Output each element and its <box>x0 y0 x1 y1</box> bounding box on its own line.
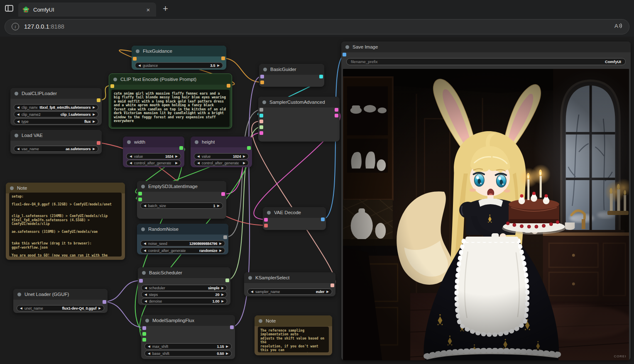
collapse-dot[interactable] <box>17 293 21 296</box>
collapse-dot[interactable] <box>145 319 149 322</box>
widget-control-after-generate-[interactable]: ◀control_after_generate.▶ <box>126 160 181 166</box>
increment-arrow[interactable]: ▶ <box>219 249 222 252</box>
widget-max-shift[interactable]: ◀max_shift1.15▶ <box>144 343 232 349</box>
input-socket[interactable] <box>138 198 142 201</box>
collapse-dot[interactable] <box>127 140 131 144</box>
decrement-arrow[interactable]: ◀ <box>20 307 22 310</box>
node-note-left[interactable]: Notesetup: flux1-dev-Q4_0.gguf (6.32GB) … <box>6 183 125 260</box>
increment-arrow[interactable]: ▶ <box>221 286 224 290</box>
increment-arrow[interactable]: ▶ <box>93 106 95 109</box>
output-socket[interactable] <box>179 146 183 150</box>
collapse-dot[interactable] <box>141 227 145 231</box>
node-empty-latent[interactable]: EmptySD3LatentImage◀batch_size1▶ <box>137 181 226 219</box>
output-socket[interactable] <box>247 146 251 150</box>
output-socket[interactable] <box>319 75 323 78</box>
increment-arrow[interactable]: ▶ <box>93 147 95 151</box>
widget-noise-seed[interactable]: ◀noise_seed12908699884796▶ <box>140 240 225 247</box>
decrement-arrow[interactable]: ◀ <box>144 204 146 208</box>
widget-vae-name[interactable]: ◀vae_nameae.safetensors▶ <box>14 146 98 152</box>
node-randomnoise[interactable]: RandomNoise◀noise_seed12908699884796▶◀co… <box>137 224 228 254</box>
browser-tab-comfyui[interactable]: ComfyUI × <box>18 2 156 17</box>
node-clip-positive[interactable]: CLIP Text Encode (Positive Prompt)cute a… <box>109 73 232 129</box>
decrement-arrow[interactable]: ◀ <box>144 242 146 245</box>
output-socket[interactable] <box>330 283 334 287</box>
increment-arrow[interactable]: ▶ <box>93 120 95 123</box>
output-socket[interactable] <box>221 192 225 196</box>
collapse-dot[interactable] <box>248 276 252 280</box>
node-modelsamplingflux[interactable]: ModelSamplingFlux◀max_shift1.15▶◀base_sh… <box>141 315 235 359</box>
decrement-arrow[interactable]: ◀ <box>17 106 20 109</box>
node-ksamplerselect[interactable]: KSamplerSelect◀sampler_nameeuler▶ <box>244 272 335 296</box>
collapse-dot[interactable] <box>10 186 14 190</box>
site-info-icon[interactable]: i <box>12 23 19 30</box>
increment-arrow[interactable]: ▶ <box>221 300 224 303</box>
widget-steps[interactable]: ◀steps20▶ <box>141 291 227 298</box>
input-socket[interactable] <box>260 81 264 84</box>
output-socket[interactable] <box>103 300 106 304</box>
collapse-dot[interactable] <box>267 211 271 215</box>
collapse-dot[interactable] <box>195 140 198 144</box>
node-textarea[interactable]: cute anime girl with massive fluffy fenn… <box>111 90 230 127</box>
increment-arrow[interactable]: ▶ <box>93 113 95 116</box>
collapse-dot[interactable] <box>136 49 140 53</box>
output-socket[interactable] <box>221 56 225 60</box>
widget-batch-size[interactable]: ◀batch_size1▶ <box>140 203 223 209</box>
output-socket[interactable] <box>223 235 227 239</box>
widget-control-after-generate[interactable]: ◀control_after_generaterandomize▶ <box>140 247 225 254</box>
collapse-dot[interactable] <box>345 45 349 49</box>
widget-value[interactable]: ◀value1024▶ <box>194 153 249 159</box>
increment-arrow[interactable]: ▶ <box>219 242 222 245</box>
node-width[interactable]: width◀value1024▶◀control_after_generate.… <box>123 137 184 167</box>
widget-unet-name[interactable]: ◀unet_nameflux1-dev-Q4_0.gguf▶ <box>17 305 104 311</box>
node-unet-loader[interactable]: Unet Loader (GGUF)◀unet_nameflux1-dev-Q4… <box>13 289 108 313</box>
decrement-arrow[interactable]: ◀ <box>130 161 132 165</box>
collapse-dot[interactable] <box>262 100 266 104</box>
collapse-dot[interactable] <box>141 185 145 188</box>
increment-arrow[interactable]: ▶ <box>217 204 220 208</box>
increment-arrow[interactable]: ▶ <box>326 290 329 293</box>
input-socket[interactable] <box>142 338 146 342</box>
read-aloud-icon[interactable]: A <box>614 22 622 31</box>
collapse-dot[interactable] <box>15 134 18 137</box>
widget-value[interactable]: ◀value1024▶ <box>126 153 181 159</box>
input-socket[interactable] <box>260 75 264 78</box>
input-socket[interactable] <box>259 108 263 112</box>
node-graph-canvas[interactable]: FluxGuidance◀guidance3.5▶CLIP Text Encod… <box>0 37 634 364</box>
widget-clip-name1[interactable]: ◀clip_name1t5xxl_fp8_e4m3fn.safetensors▶ <box>14 104 98 110</box>
input-socket[interactable] <box>139 279 143 283</box>
collapse-dot[interactable] <box>259 319 262 323</box>
node-dualcliploader[interactable]: DualCLIPLoader◀clip_name1t5xxl_fp8_e4m3f… <box>10 88 102 125</box>
increment-arrow[interactable]: ▶ <box>243 161 245 165</box>
increment-arrow[interactable]: ▶ <box>226 352 228 355</box>
widget-sampler-name[interactable]: ◀sampler_nameeuler▶ <box>247 288 332 295</box>
decrement-arrow[interactable]: ◀ <box>144 300 147 303</box>
widget-filename_prefix[interactable]: filename_prefixComfyUI <box>346 58 626 65</box>
input-socket[interactable] <box>259 131 263 135</box>
input-socket[interactable] <box>259 125 263 129</box>
decrement-arrow[interactable]: ◀ <box>17 113 20 116</box>
widget-control-after-generate-[interactable]: ◀control_after_generate.▶ <box>194 160 249 166</box>
increment-arrow[interactable]: ▶ <box>217 64 220 67</box>
decrement-arrow[interactable]: ◀ <box>197 161 200 165</box>
widget-guidance[interactable]: ◀guidance3.5▶ <box>135 62 223 68</box>
node-note-right[interactable]: NoteThe reference sampling implementatio… <box>255 315 332 355</box>
node-basicguider[interactable]: BasicGuider <box>259 64 324 87</box>
output-socket[interactable] <box>227 84 230 88</box>
increment-arrow[interactable]: ▶ <box>226 345 228 348</box>
node-textarea[interactable]: setup: flux1-dev-Q4_0.gguf (6.32GB) > Co… <box>9 193 122 257</box>
output-socket[interactable] <box>97 98 100 102</box>
tab-close-icon[interactable]: × <box>144 6 152 13</box>
decrement-arrow[interactable]: ◀ <box>17 147 20 151</box>
decrement-arrow[interactable]: ◀ <box>251 290 253 293</box>
decrement-arrow[interactable]: ◀ <box>138 64 141 67</box>
input-socket[interactable] <box>133 57 137 61</box>
increment-arrow[interactable]: ▶ <box>175 155 178 158</box>
output-socket[interactable] <box>321 217 325 221</box>
input-socket[interactable] <box>259 114 263 117</box>
input-socket[interactable] <box>259 120 263 123</box>
node-vae-decode[interactable]: VAE Decode <box>263 207 326 230</box>
new-tab-button[interactable]: + <box>163 3 168 17</box>
output-socket[interactable] <box>335 108 338 112</box>
node-fluxguidance[interactable]: FluxGuidance◀guidance3.5▶ <box>132 46 226 70</box>
widget-type[interactable]: ◀typeflux▶ <box>14 118 98 125</box>
